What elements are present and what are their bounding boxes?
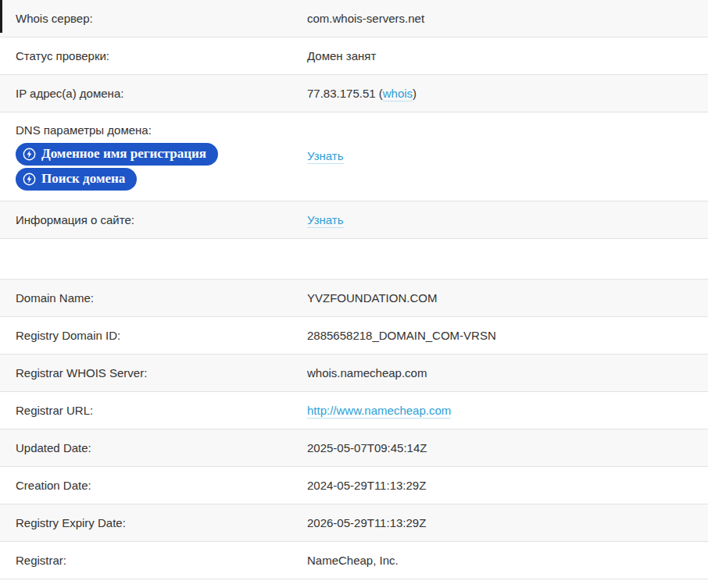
- row-label: DNS параметры домена:: [16, 123, 152, 137]
- row-label: Registrar:: [0, 553, 307, 568]
- registrar-url-link[interactable]: http://www.namecheap.com: [307, 404, 451, 419]
- row-value: 2025-05-07T09:45:14Z: [307, 440, 708, 455]
- row-label: Registrar URL:: [0, 403, 307, 418]
- ad-button-label: Поиск домена: [41, 171, 125, 187]
- left-edge-mark: [0, 0, 2, 33]
- table-row: Статус проверки: Домен занят: [0, 37, 708, 75]
- ip-address-value: 77.83.175.51 (whois): [307, 86, 708, 101]
- dns-uznat-link[interactable]: Узнать: [307, 149, 344, 164]
- row-value: Узнать: [307, 212, 708, 227]
- table-row: Registry Expiry Date: 2026-05-29T11:13:2…: [0, 504, 708, 542]
- table-row: Registrar URL: http://www.namecheap.com: [0, 392, 708, 429]
- table-row: Domain Name: YVZFOUNDATION.COM: [0, 280, 708, 317]
- row-value: com.whois-servers.net: [307, 11, 708, 26]
- row-label: Updated Date:: [0, 440, 307, 455]
- row-label: Creation Date:: [0, 478, 307, 493]
- table-row: IP адрес(а) домена: 77.83.175.51 (whois): [0, 75, 708, 112]
- row-value: 2024-05-29T11:13:29Z: [307, 478, 708, 493]
- table-row: Whois сервер: com.whois-servers.net: [0, 0, 708, 37]
- ip-address-text-suffix: ): [413, 87, 417, 100]
- row-label: Информация о сайте:: [0, 212, 307, 227]
- ip-address-text: 77.83.175.51 (: [307, 87, 383, 100]
- registry-data-table: Domain Name: YVZFOUNDATION.COM Registry …: [0, 279, 708, 579]
- table-row: Updated Date: 2025-05-07T09:45:14Z: [0, 429, 708, 467]
- row-value: whois.namecheap.com: [307, 365, 708, 380]
- lightning-circle-icon: [23, 173, 36, 186]
- row-value: Узнать: [307, 123, 708, 163]
- row-label: Registry Domain ID:: [0, 328, 307, 343]
- whois-check-table: Whois сервер: com.whois-servers.net Стат…: [0, 0, 708, 239]
- domain-name-value: YVZFOUNDATION.COM: [307, 290, 708, 305]
- row-label: Whois сервер:: [0, 11, 307, 26]
- row-value: http://www.namecheap.com: [307, 403, 708, 418]
- row-label: Domain Name:: [0, 290, 307, 305]
- row-label: Статус проверки:: [0, 48, 307, 63]
- table-row: Registrar: NameCheap, Inc.: [0, 542, 708, 579]
- table-row: Registry Domain ID: 2885658218_DOMAIN_CO…: [0, 317, 708, 355]
- row-label: Registry Expiry Date:: [0, 515, 307, 530]
- table-row: Информация о сайте: Узнать: [0, 201, 708, 239]
- whois-link[interactable]: whois: [383, 87, 413, 102]
- table-row: Registrar WHOIS Server: whois.namecheap.…: [0, 355, 708, 392]
- ad-button-label: Доменное имя регистрация: [41, 146, 206, 162]
- site-info-uznat-link[interactable]: Узнать: [307, 213, 344, 228]
- table-row: Creation Date: 2024-05-29T11:13:29Z: [0, 467, 708, 504]
- row-label: Registrar WHOIS Server:: [0, 365, 307, 380]
- row-value: 2885658218_DOMAIN_COM-VRSN: [307, 328, 708, 343]
- lightning-circle-icon: [23, 148, 36, 161]
- domain-status-value: Домен занят: [307, 48, 708, 63]
- row-value: NameCheap, Inc.: [307, 553, 708, 568]
- row-label: IP адрес(а) домена:: [0, 86, 307, 101]
- row-value: 2026-05-29T11:13:29Z: [307, 515, 708, 530]
- row-label-group: DNS параметры домена: Доменное имя регис…: [0, 123, 307, 193]
- ad-button-domain-search[interactable]: Поиск домена: [16, 168, 137, 191]
- ad-button-domain-registration[interactable]: Доменное имя регистрация: [16, 143, 218, 166]
- table-row-dns: DNS параметры домена: Доменное имя регис…: [0, 112, 708, 201]
